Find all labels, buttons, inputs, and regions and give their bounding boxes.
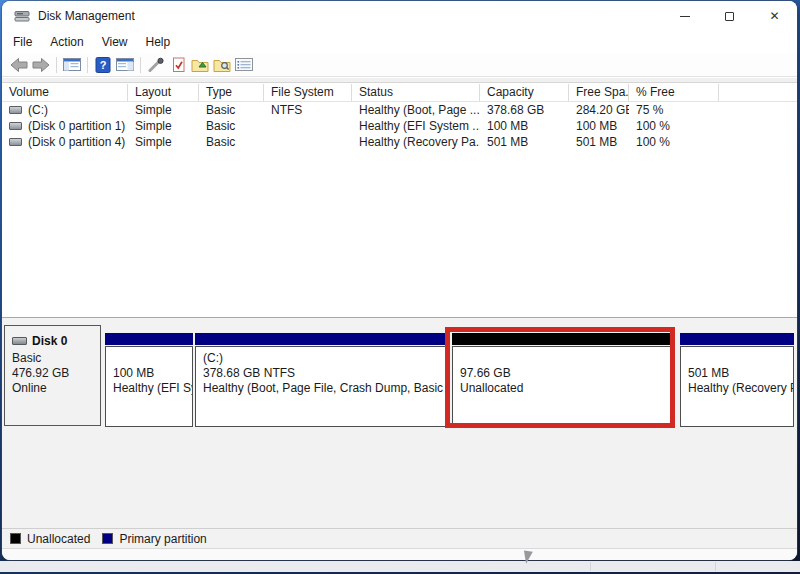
red-highlight-box [445, 327, 675, 428]
table-row-partition-4[interactable]: (Disk 0 partition 4) Simple Basic Health… [2, 134, 797, 150]
show-console-tree-button[interactable] [61, 55, 83, 75]
legend-bar: Unallocated Primary partition [2, 528, 797, 548]
volume-capacity: 501 MB [480, 135, 569, 149]
volume-layout: Simple [128, 135, 199, 149]
legend-item-unallocated: Unallocated [10, 532, 90, 546]
menu-help[interactable]: Help [137, 32, 180, 52]
legend-label: Unallocated [27, 532, 90, 546]
partition-c-drive[interactable]: (C:) 378.68 GB NTFS Healthy (Boot, Page … [195, 333, 450, 427]
primary-partition-swatch [102, 533, 113, 544]
volume-icon [9, 138, 22, 146]
disk-name: Disk 0 [32, 334, 67, 348]
column-header-free-space[interactable]: Free Spa... [569, 84, 629, 101]
column-header-pct-free[interactable]: % Free [629, 84, 719, 101]
maximize-button[interactable] [707, 1, 752, 31]
window-title: Disk Management [38, 9, 135, 23]
folder-up-icon [191, 57, 209, 72]
close-button[interactable]: ✕ [752, 1, 797, 31]
back-arrow-icon [10, 57, 28, 73]
volume-free: 100 MB [569, 119, 629, 133]
partition-size: 100 MB [113, 366, 192, 381]
disk-management-window: Disk Management ✕ File Action View Help [2, 1, 797, 560]
column-header-layout[interactable]: Layout [128, 84, 199, 101]
partition-size: 378.68 GB NTFS [203, 366, 449, 381]
volume-list-header: Volume Layout Type File System Status Ca… [2, 84, 797, 102]
console-tree-icon [63, 57, 81, 72]
action-pane-icon [116, 57, 134, 72]
column-header-capacity[interactable]: Capacity [480, 84, 569, 101]
volume-layout: Simple [128, 119, 199, 133]
partition-body: 501 MB Healthy (Recovery Pa [680, 346, 794, 427]
partition-efi-system[interactable]: 100 MB Healthy (EFI Sy [105, 333, 193, 427]
partition-body: 100 MB Healthy (EFI Sy [105, 346, 193, 427]
partition-name: (C:) [203, 351, 449, 366]
column-header-blank [719, 84, 797, 101]
volume-pct-free: 100 % [629, 119, 719, 133]
partition-body: (C:) 378.68 GB NTFS Healthy (Boot, Page … [195, 346, 450, 427]
details-list-icon [235, 57, 253, 72]
toolbar: ? [2, 53, 797, 77]
volume-free: 501 MB [569, 135, 629, 149]
table-row-c-drive[interactable]: (C:) Simple Basic NTFS Healthy (Boot, Pa… [2, 102, 797, 118]
disk-state: Online [12, 381, 93, 396]
disk-management-app-icon [14, 9, 30, 23]
menu-bar: File Action View Help [2, 31, 797, 53]
partition-status: Healthy (Boot, Page File, Crash Dump, Ba… [203, 381, 449, 396]
export-folder-button[interactable] [189, 55, 211, 75]
partition-color-bar [195, 333, 450, 345]
disk-icon [12, 337, 27, 345]
volume-type: Basic [199, 103, 264, 117]
taskbar-sliver [0, 561, 800, 572]
rescan-tool-button[interactable] [145, 55, 167, 75]
partition-name [688, 351, 793, 366]
close-icon: ✕ [769, 10, 779, 22]
volume-type: Basic [199, 119, 264, 133]
help-icon: ? [95, 57, 111, 73]
toolbar-separator [140, 57, 141, 73]
find-folder-button[interactable] [211, 55, 233, 75]
partition-status: Healthy (EFI Sy [113, 381, 192, 396]
column-header-volume[interactable]: Volume [2, 84, 128, 101]
screwdriver-icon [148, 57, 165, 73]
partition-color-bar [105, 333, 193, 345]
legend-item-primary-partition: Primary partition [102, 532, 206, 546]
partition-status: Healthy (Recovery Pa [688, 381, 793, 396]
volume-list-pane: Volume Layout Type File System Status Ca… [2, 84, 797, 318]
menu-view[interactable]: View [93, 32, 137, 52]
column-header-type[interactable]: Type [199, 84, 264, 101]
partition-color-bar [680, 333, 794, 345]
help-button[interactable]: ? [92, 55, 114, 75]
disk0-label-panel[interactable]: Disk 0 Basic 476.92 GB Online [4, 325, 101, 426]
forward-button[interactable] [30, 55, 52, 75]
volume-capacity: 378.68 GB [480, 103, 569, 117]
minimize-icon [680, 16, 690, 17]
disk-type: Basic [12, 351, 93, 366]
toolbar-separator [87, 57, 88, 73]
checklist-button[interactable] [167, 55, 189, 75]
folder-search-icon [213, 57, 231, 72]
table-row-partition-1[interactable]: (Disk 0 partition 1) Simple Basic Health… [2, 118, 797, 134]
maximize-icon [725, 12, 734, 21]
volume-icon [9, 106, 22, 114]
volume-icon [9, 122, 22, 130]
column-header-status[interactable]: Status [352, 84, 480, 101]
checklist-icon [170, 57, 187, 73]
show-action-pane-button[interactable] [114, 55, 136, 75]
minimize-button[interactable] [662, 1, 707, 31]
volume-name: (C:) [28, 103, 48, 117]
column-header-file-system[interactable]: File System [264, 84, 352, 101]
forward-arrow-icon [32, 57, 50, 73]
volume-type: Basic [199, 135, 264, 149]
details-view-button[interactable] [233, 55, 255, 75]
volume-pct-free: 75 % [629, 103, 719, 117]
title-bar: Disk Management ✕ [2, 1, 797, 31]
taskbar-separator [715, 562, 716, 571]
menu-action[interactable]: Action [41, 32, 92, 52]
volume-pct-free: 100 % [629, 135, 719, 149]
menu-file[interactable]: File [4, 32, 41, 52]
status-bar [2, 548, 797, 560]
partition-recovery[interactable]: 501 MB Healthy (Recovery Pa [680, 333, 794, 427]
partition-size: 501 MB [688, 366, 793, 381]
volume-capacity: 100 MB [480, 119, 569, 133]
back-button[interactable] [8, 55, 30, 75]
